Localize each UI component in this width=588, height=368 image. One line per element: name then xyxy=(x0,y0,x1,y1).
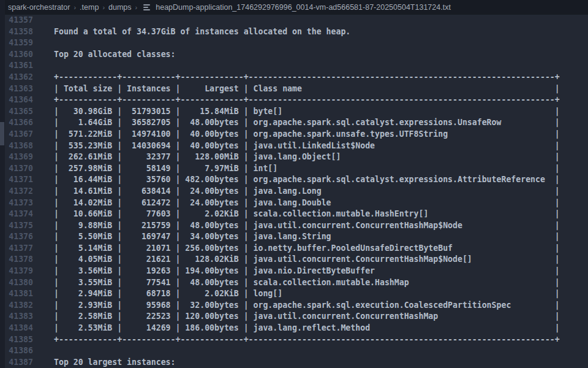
line-number: 41361 xyxy=(5,60,33,72)
line-content[interactable]: | 4.05MiB | 21621 | 128.02KiB | java.uti… xyxy=(33,254,560,266)
line-number: 41359 xyxy=(5,37,33,49)
line-number: 41372 xyxy=(5,186,33,197)
breadcrumb-item-temp[interactable]: .temp xyxy=(78,3,100,12)
line-content[interactable]: | 2.94MiB | 68718 | 2.02KiB | long[] | xyxy=(33,288,560,300)
line-content[interactable]: | 257.98MiB | 58149 | 7.97MiB | int[] | xyxy=(33,163,560,175)
editor-line[interactable]: 41387Top 20 largest instances: xyxy=(5,357,588,368)
line-number: 41371 xyxy=(5,174,33,186)
editor-line[interactable]: 41375| 9.88MiB | 215759 | 48.00bytes | j… xyxy=(5,220,588,232)
line-content[interactable] xyxy=(33,37,54,49)
breadcrumb-item-dumps[interactable]: dumps xyxy=(107,3,133,12)
line-content[interactable] xyxy=(33,15,54,26)
line-number: 41368 xyxy=(5,140,33,152)
line-content[interactable]: Top 20 largest instances: xyxy=(33,357,176,368)
line-content[interactable]: | 571.22MiB | 14974100 | 40.00bytes | or… xyxy=(33,129,560,140)
line-number: 41367 xyxy=(5,129,33,140)
line-content[interactable]: | 3.56MiB | 19263 | 194.00bytes | java.n… xyxy=(33,266,560,277)
line-number: 41369 xyxy=(5,151,33,163)
editor-line[interactable]: 41380| 3.55MiB | 77541 | 48.00bytes | sc… xyxy=(5,277,588,289)
line-content[interactable]: Top 20 allocated classes: xyxy=(33,49,176,61)
editor-line[interactable]: 41377| 5.14MiB | 21071 | 256.00bytes | i… xyxy=(5,243,588,255)
line-number: 41375 xyxy=(5,220,33,232)
line-number: 41373 xyxy=(5,197,33,209)
txt-file-icon xyxy=(143,3,151,12)
editor-line[interactable]: 41357 xyxy=(5,15,588,26)
line-content[interactable] xyxy=(33,345,54,357)
editor-line[interactable]: 41376| 5.50MiB | 169747 | 34.00bytes | j… xyxy=(5,231,588,243)
editor-pane[interactable]: 4135741358Found a total of 34.37GiB of i… xyxy=(5,15,588,368)
line-number: 41363 xyxy=(5,83,33,95)
editor-line[interactable]: 41379| 3.56MiB | 19263 | 194.00bytes | j… xyxy=(5,266,588,277)
line-content[interactable]: | 5.14MiB | 21071 | 256.00bytes | io.net… xyxy=(33,243,560,255)
line-content[interactable]: | 14.61MiB | 638414 | 24.00bytes | java.… xyxy=(33,186,560,197)
line-number: 41370 xyxy=(5,163,33,175)
line-number: 41364 xyxy=(5,94,33,106)
editor-line[interactable]: 41370| 257.98MiB | 58149 | 7.97MiB | int… xyxy=(5,163,588,175)
editor-line[interactable]: 41369| 262.61MiB | 32377 | 128.00MiB | j… xyxy=(5,151,588,163)
line-content[interactable]: Found a total of 34.37GiB of instances a… xyxy=(33,26,350,38)
line-number: 41362 xyxy=(5,72,33,83)
line-content[interactable]: | 2.53MiB | 14269 | 186.00bytes | java.l… xyxy=(33,323,560,334)
line-content[interactable]: | 5.50MiB | 169747 | 34.00bytes | java.l… xyxy=(33,231,560,243)
editor-line[interactable]: 41374| 10.66MiB | 77603 | 2.02KiB | scal… xyxy=(5,209,588,220)
line-content[interactable]: | 2.93MiB | 95968 | 32.00bytes | org.apa… xyxy=(33,300,560,312)
line-content[interactable]: | 262.61MiB | 32377 | 128.00MiB | java.l… xyxy=(33,151,560,163)
line-number: 41358 xyxy=(5,26,33,38)
line-content[interactable]: | 2.58MiB | 22523 | 120.00bytes | java.u… xyxy=(33,311,560,323)
line-content[interactable]: | 16.44MiB | 35760 | 482.00bytes | org.a… xyxy=(33,174,560,186)
breadcrumb: spark-orchestrator › .temp › dumps › hea… xyxy=(5,0,588,15)
editor-line[interactable]: 41366| 1.64GiB | 36582705 | 48.00bytes |… xyxy=(5,117,588,129)
line-number: 41387 xyxy=(5,357,33,368)
line-number: 41360 xyxy=(5,49,33,61)
editor-line[interactable]: 41363| Total size | Instances | Largest … xyxy=(5,83,588,95)
editor-line[interactable]: 41367| 571.22MiB | 14974100 | 40.00bytes… xyxy=(5,129,588,140)
editor-line[interactable]: 41365| 30.98GiB | 51793015 | 15.84MiB | … xyxy=(5,106,588,118)
editor-line[interactable]: 41383| 2.58MiB | 22523 | 120.00bytes | j… xyxy=(5,311,588,323)
line-number: 41386 xyxy=(5,345,33,357)
line-number: 41384 xyxy=(5,323,33,334)
chevron-right-icon: › xyxy=(100,4,107,11)
editor-line[interactable]: 41372| 14.61MiB | 638414 | 24.00bytes | … xyxy=(5,186,588,197)
line-content[interactable] xyxy=(33,60,54,72)
editor-line[interactable]: 41386 xyxy=(5,345,588,357)
chevron-right-icon: › xyxy=(133,4,140,11)
editor-line[interactable]: 41368| 535.23MiB | 14030694 | 40.00bytes… xyxy=(5,140,588,152)
line-content[interactable]: | 10.66MiB | 77603 | 2.02KiB | scala.col… xyxy=(33,209,560,220)
line-content[interactable]: | 3.55MiB | 77541 | 48.00bytes | scala.c… xyxy=(33,277,560,289)
editor-line[interactable]: 41382| 2.93MiB | 95968 | 32.00bytes | or… xyxy=(5,300,588,312)
editor-line[interactable]: 41361 xyxy=(5,60,588,72)
line-content[interactable]: | 535.23MiB | 14030694 | 40.00bytes | ja… xyxy=(33,140,560,152)
line-content[interactable]: | 1.64GiB | 36582705 | 48.00bytes | org.… xyxy=(33,117,560,129)
breadcrumb-item-project[interactable]: spark-orchestrator xyxy=(7,3,71,12)
line-content[interactable]: | 14.02MiB | 612472 | 24.00bytes | java.… xyxy=(33,197,560,209)
line-content[interactable]: +------------+-----------+-------------+… xyxy=(33,72,560,83)
line-number: 41385 xyxy=(5,334,33,346)
left-scrollbar-track[interactable] xyxy=(0,0,5,368)
chevron-right-icon: › xyxy=(71,4,78,11)
editor-line[interactable]: 41359 xyxy=(5,37,588,49)
editor-line[interactable]: 41384| 2.53MiB | 14269 | 186.00bytes | j… xyxy=(5,323,588,334)
editor-line[interactable]: 41364+------------+-----------+---------… xyxy=(5,94,588,106)
line-number: 41376 xyxy=(5,231,33,243)
editor-line[interactable]: 41373| 14.02MiB | 612472 | 24.00bytes | … xyxy=(5,197,588,209)
editor-line[interactable]: 41362+------------+-----------+---------… xyxy=(5,72,588,83)
line-number: 41377 xyxy=(5,243,33,255)
breadcrumb-file-name[interactable]: heapDump-application_1746292976996_0014-… xyxy=(154,3,452,12)
line-content[interactable]: +------------+-----------+-------------+… xyxy=(33,94,560,106)
line-content[interactable]: +------------+-----------+-------------+… xyxy=(33,334,560,346)
editor-line[interactable]: 41385+------------+-----------+---------… xyxy=(5,334,588,346)
line-content[interactable]: | Total size | Instances | Largest | Cla… xyxy=(33,83,560,95)
line-content[interactable]: | 30.98GiB | 51793015 | 15.84MiB | byte[… xyxy=(33,106,560,118)
editor-line[interactable]: 41371| 16.44MiB | 35760 | 482.00bytes | … xyxy=(5,174,588,186)
line-number: 41366 xyxy=(5,117,33,129)
scrollbar-thumb[interactable] xyxy=(0,122,4,145)
line-content[interactable]: | 9.88MiB | 215759 | 48.00bytes | java.u… xyxy=(33,220,560,232)
editor-line[interactable]: 41360Top 20 allocated classes: xyxy=(5,49,588,61)
editor-line[interactable]: 41378| 4.05MiB | 21621 | 128.02KiB | jav… xyxy=(5,254,588,266)
line-number: 41383 xyxy=(5,311,33,323)
editor-line[interactable]: 41381| 2.94MiB | 68718 | 2.02KiB | long[… xyxy=(5,288,588,300)
editor-line[interactable]: 41358Found a total of 34.37GiB of instan… xyxy=(5,26,588,38)
line-number: 41379 xyxy=(5,266,33,277)
line-number: 41378 xyxy=(5,254,33,266)
line-number: 41374 xyxy=(5,209,33,220)
